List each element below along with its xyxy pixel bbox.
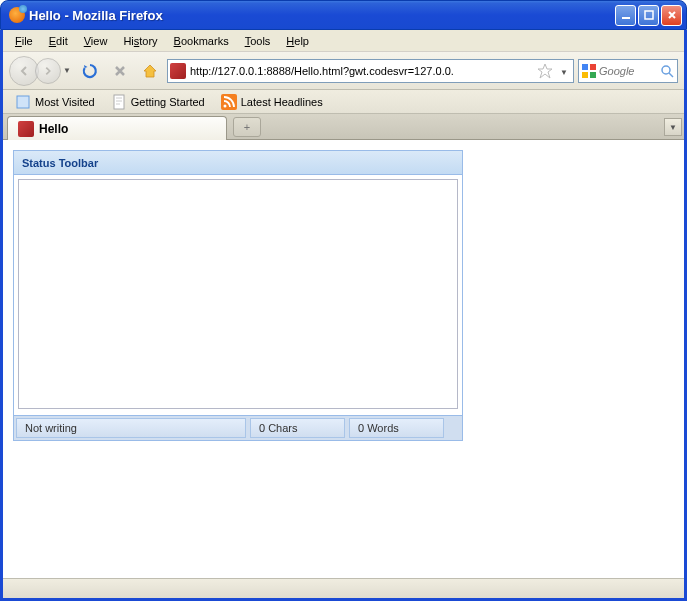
bookmark-most-visited[interactable]: Most Visited	[9, 92, 101, 112]
menu-help[interactable]: Help	[278, 33, 317, 49]
svg-rect-5	[590, 72, 596, 78]
search-icon[interactable]	[659, 63, 675, 79]
menu-bar: File Edit View History Bookmarks Tools H…	[3, 30, 684, 52]
page-icon	[15, 94, 31, 110]
nav-history-dropdown[interactable]: ▼	[61, 59, 73, 83]
panel-title: Status Toolbar	[14, 151, 462, 175]
svg-point-6	[662, 66, 670, 74]
status-words: 0 Words	[349, 418, 444, 438]
bookmark-latest-headlines[interactable]: Latest Headlines	[215, 92, 329, 112]
search-input[interactable]	[599, 65, 657, 77]
tab-bar: Hello + ▼	[3, 114, 684, 140]
browser-statusbar	[3, 578, 684, 598]
svg-rect-4	[582, 72, 588, 78]
menu-tools[interactable]: Tools	[237, 33, 279, 49]
page-content: Status Toolbar Not writing 0 Chars 0 Wor…	[3, 140, 684, 578]
arrow-left-icon	[17, 64, 31, 78]
navigation-toolbar: ▼ ▼	[3, 52, 684, 90]
svg-rect-0	[622, 17, 630, 19]
bookmark-label: Getting Started	[131, 96, 205, 108]
window-title: Hello - Mozilla Firefox	[29, 8, 615, 23]
chevron-down-icon: ▼	[63, 66, 71, 75]
status-chars: 0 Chars	[250, 418, 345, 438]
bookmark-label: Latest Headlines	[241, 96, 323, 108]
panel-statusbar: Not writing 0 Chars 0 Words	[14, 415, 462, 440]
close-button[interactable]	[661, 5, 682, 26]
home-button[interactable]	[137, 58, 163, 84]
forward-button[interactable]	[35, 58, 61, 84]
svg-rect-1	[645, 11, 653, 19]
text-input[interactable]	[18, 179, 458, 409]
bookmark-getting-started[interactable]: Getting Started	[105, 92, 211, 112]
svg-point-10	[223, 104, 226, 107]
address-bar[interactable]: ▼	[167, 59, 574, 83]
menu-bookmarks[interactable]: Bookmarks	[166, 33, 237, 49]
rss-icon	[221, 94, 237, 110]
menu-file[interactable]: File	[7, 33, 41, 49]
svg-rect-3	[590, 64, 596, 70]
window-titlebar: Hello - Mozilla Firefox	[0, 0, 687, 30]
new-tab-button[interactable]: +	[233, 117, 261, 137]
home-icon	[141, 62, 159, 80]
stop-button[interactable]	[107, 58, 133, 84]
menu-view[interactable]: View	[76, 33, 116, 49]
reload-icon	[81, 62, 99, 80]
minimize-button[interactable]	[615, 5, 636, 26]
status-writing: Not writing	[16, 418, 246, 438]
search-bar[interactable]	[578, 59, 678, 83]
site-favicon-icon	[170, 63, 186, 79]
url-dropdown[interactable]: ▼	[557, 65, 571, 77]
svg-rect-8	[114, 95, 124, 109]
url-input[interactable]	[190, 65, 533, 77]
plus-icon: +	[244, 121, 250, 133]
arrow-right-icon	[42, 65, 54, 77]
bookmark-star-icon[interactable]	[537, 63, 553, 79]
bookmarks-toolbar: Most Visited Getting Started Latest Head…	[3, 90, 684, 114]
menu-history[interactable]: History	[115, 33, 165, 49]
stop-icon	[112, 63, 128, 79]
chevron-down-icon: ▼	[669, 123, 677, 132]
chevron-down-icon: ▼	[560, 68, 568, 77]
status-toolbar-panel: Status Toolbar Not writing 0 Chars 0 Wor…	[13, 150, 463, 441]
maximize-button[interactable]	[638, 5, 659, 26]
reload-button[interactable]	[77, 58, 103, 84]
menu-edit[interactable]: Edit	[41, 33, 76, 49]
google-icon[interactable]	[581, 63, 597, 79]
svg-rect-2	[582, 64, 588, 70]
firefox-icon	[9, 7, 25, 23]
svg-rect-7	[17, 96, 29, 108]
tab-title: Hello	[39, 122, 68, 136]
tab-favicon-icon	[18, 121, 34, 137]
bookmark-label: Most Visited	[35, 96, 95, 108]
svg-rect-9	[221, 94, 237, 110]
window-controls	[615, 5, 682, 26]
tab-list-button[interactable]: ▼	[664, 118, 682, 136]
page-icon	[111, 94, 127, 110]
panel-body	[14, 175, 462, 415]
tab-active[interactable]: Hello	[7, 116, 227, 140]
